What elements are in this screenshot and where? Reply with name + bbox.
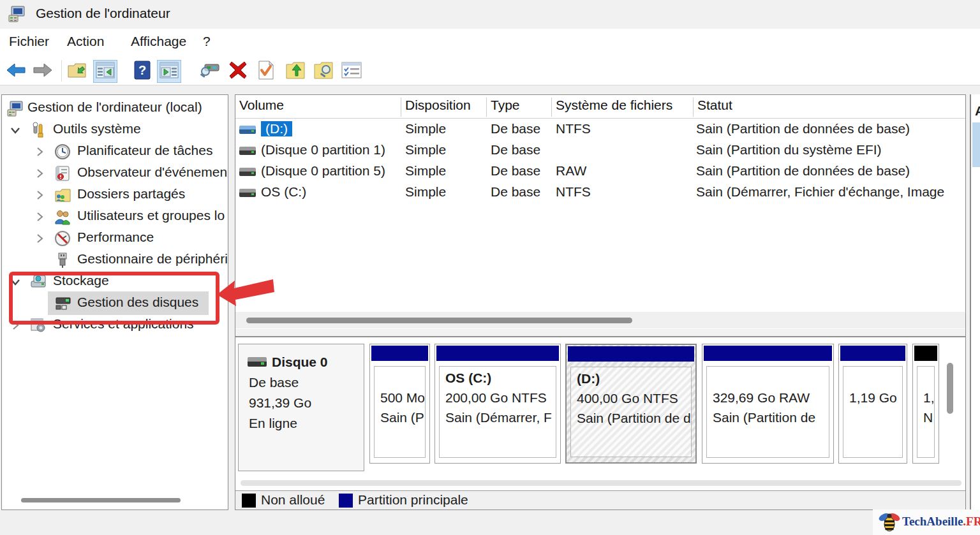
graph-vertical-scrollbar-thumb[interactable] [947,363,953,414]
volume-filesystem: NTFS [556,184,692,200]
column-header-disposition[interactable]: Disposition [401,98,487,117]
bee-logo-icon [877,511,902,535]
tree-item-label: Gestionnaire de périphéri [77,251,228,267]
volume-disk-icon [239,168,256,176]
pane-splitter[interactable] [235,328,965,337]
volume-list-scrollbar-thumb[interactable] [246,318,632,323]
help-icon: ? [134,61,151,82]
volume-type: De base [491,142,552,158]
partition-recovery[interactable]: 1,19 Go [838,344,907,464]
volume-status: Sain (Partition de données de base) [696,121,964,136]
partition-color-bar [436,346,559,361]
check-document-button[interactable] [254,60,278,83]
volume-row-os-c[interactable]: OS (C:) Simple De base NTFS Sain (Démarr… [235,183,965,204]
chevron-right-icon[interactable] [34,233,45,247]
chevron-right-icon[interactable] [34,189,45,203]
properties-button[interactable] [339,60,364,83]
partition-d-selected[interactable]: (D:) 400,00 Go NTFS Sain (Partition de d [565,344,697,464]
svg-text:?: ? [138,63,146,77]
graph-horizontal-scrollbar-thumb[interactable] [241,480,961,486]
volume-disposition: Simple [405,184,486,200]
tree-item-computer-management[interactable]: Gestion de l'ordinateur (local) [2,98,228,119]
column-header-statut[interactable]: Statut [694,98,965,117]
properties-icon [341,62,362,81]
volume-row-d[interactable]: (D:) Simple De base NTFS Sain (Partition… [235,120,965,141]
partition-clipped[interactable]: 1, N [912,344,939,464]
volume-filesystem: NTFS [556,121,692,136]
tree-item-planificateur[interactable]: Planificateur de tâches [2,141,228,163]
tree-item-label: Gestion des disques [77,295,198,310]
storage-icon [30,274,48,293]
partition-os-c[interactable]: OS (C:) 200,00 Go NTFS Sain (Démarrer, F [434,344,561,464]
partition-status: Sain (Partition de d [577,411,685,430]
volume-list-scrollbar-track[interactable] [235,312,965,328]
column-header-systeme-fichiers[interactable]: Système de fichiers [552,98,694,117]
chevron-right-icon[interactable] [34,211,45,225]
actions-pane-selection [972,122,980,167]
tree-item-gestion-des-disques[interactable]: Gestion des disques [2,293,228,314]
volume-name: (Disque 0 partition 1) [261,142,385,157]
partition-legend: Non alloué Partition principale [235,490,965,509]
disk-graphical-view: Disque 0 De base 931,39 Go En ligne 500 … [235,337,965,509]
back-button[interactable] [4,60,28,83]
chevron-down-icon[interactable] [10,276,21,290]
console-tree-panel: Gestion de l'ordinateur (local) Outils s… [1,94,228,510]
tree-item-label: Gestion de l'ordinateur (local) [27,99,202,115]
legend-primary-swatch [339,494,353,508]
partition-raw[interactable]: 329,69 Go RAW Sain (Partition de [702,344,834,464]
actions-pane-title-partial: A [975,103,980,119]
export-list-button[interactable] [65,60,89,83]
partition-status: Sain (P [380,410,419,430]
tree-item-label: Dossiers partagés [77,186,185,202]
disk0-info-card[interactable]: Disque 0 De base 931,39 Go En ligne [238,344,364,471]
disk-name: Disque 0 [272,355,328,370]
show-console-tree-button[interactable] [93,60,117,83]
tree-item-dossiers-partages[interactable]: Dossiers partagés [2,184,228,206]
delete-icon [229,61,247,82]
partition-efi[interactable]: 500 Mo Sain (P [369,344,430,464]
volume-row-partition5[interactable]: (Disque 0 partition 5) Simple De base RA… [235,162,965,183]
column-header-volume[interactable]: Volume [235,98,401,117]
delete-button[interactable] [226,60,250,83]
menu-affichage[interactable]: Affichage [131,34,186,49]
chevron-right-icon[interactable] [34,146,45,160]
show-action-pane-icon [160,62,179,81]
menu-help[interactable]: ? [203,34,211,49]
volume-type: De base [491,121,552,136]
forward-icon [33,63,52,80]
tree-item-utilisateurs[interactable]: Utilisateurs et groupes lo [2,206,228,228]
rescan-disks-button[interactable] [198,60,222,83]
column-header-type[interactable]: Type [487,98,552,117]
watermark-suffix[interactable]: .FR [963,515,980,528]
tree-item-performance[interactable]: Performance [2,228,228,249]
partition-size: 200,00 Go NTFS [445,390,550,410]
partition-status: N [923,410,928,430]
volume-disposition: Simple [405,142,486,158]
folder-up-button[interactable] [283,60,308,83]
chevron-down-icon[interactable] [10,124,21,138]
volume-name: OS (C:) [261,184,306,199]
tree-item-services-applications[interactable]: Services et applications [2,314,228,336]
tree-horizontal-scrollbar[interactable] [21,498,181,502]
watermark: TechAbeille.FR [873,509,980,535]
help-button[interactable]: ? [130,60,154,83]
chevron-right-icon[interactable] [34,168,45,182]
partition-color-bar [568,346,694,362]
volume-type: De base [491,184,552,200]
tree-item-outils-systeme[interactable]: Outils système [2,119,228,141]
disk-type: De base [249,375,299,390]
volume-row-partition1[interactable]: (Disque 0 partition 1) Simple De base Sa… [235,141,965,162]
forward-button[interactable] [31,60,55,83]
volume-disk-icon [239,147,256,155]
tree-item-label: Observateur d'événemen [77,165,227,180]
tree-item-gestionnaire-peripheriques[interactable]: Gestionnaire de périphéri [2,249,228,271]
show-action-pane-button[interactable] [157,60,181,83]
folder-search-button[interactable] [311,60,336,83]
chevron-right-icon[interactable] [10,319,21,333]
watermark-brand[interactable]: TechAbeille [902,515,963,528]
partition-name [380,370,419,390]
menu-action[interactable]: Action [67,34,104,49]
menu-fichier[interactable]: Fichier [9,34,49,49]
tree-item-stockage[interactable]: Stockage [2,271,228,293]
tree-item-observateur[interactable]: Observateur d'événemen [2,163,228,184]
